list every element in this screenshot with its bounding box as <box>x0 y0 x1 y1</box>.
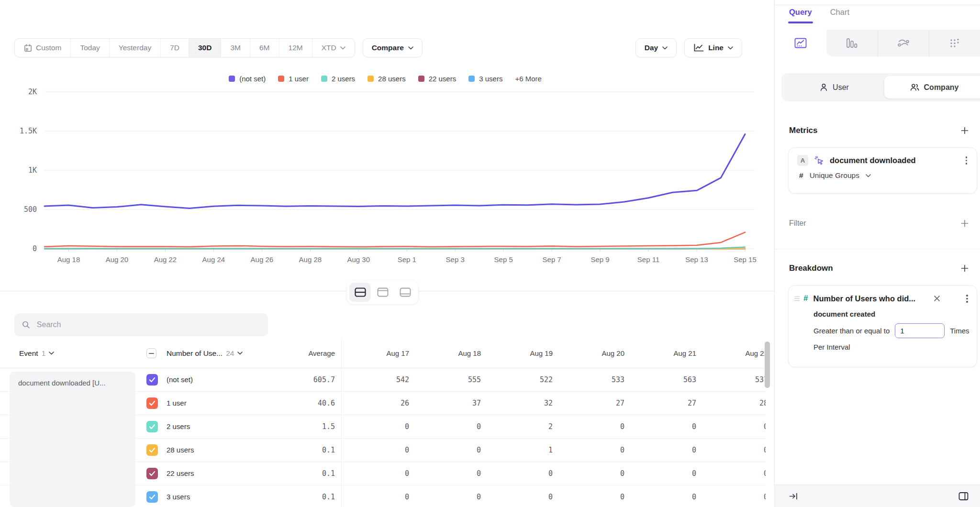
legend-item[interactable]: 22 users <box>418 75 457 83</box>
per-interval-label[interactable]: Per Interval <box>789 338 977 351</box>
chevron-down-icon <box>866 174 871 177</box>
breakdown-heading: Breakdown <box>789 264 833 273</box>
event-column-header[interactable]: Event 1 <box>19 339 54 368</box>
series-checkbox[interactable] <box>146 468 158 479</box>
date-range-label: XTD <box>322 44 336 52</box>
x-axis-tick-label: Sep 1 <box>398 255 416 264</box>
add-filter-button[interactable] <box>961 220 969 227</box>
legend-item[interactable]: 28 users <box>368 75 406 83</box>
cell-value: 533 <box>557 368 629 391</box>
table-scrollbar[interactable] <box>765 342 770 388</box>
top-panel-view-button[interactable] <box>372 283 393 302</box>
y-axis-tick-label: 2K <box>28 88 37 96</box>
date-range-7d[interactable]: 7D <box>161 39 189 57</box>
breakdown-event-name[interactable]: document created <box>789 304 977 318</box>
collapse-panel-button[interactable] <box>789 492 798 500</box>
panel-tabs: Query Chart <box>789 8 849 23</box>
series-checkbox[interactable] <box>146 491 158 503</box>
measure-label[interactable]: Unique Groups <box>810 171 859 180</box>
date-column-header[interactable]: Aug 19 <box>486 339 557 368</box>
series-checkbox[interactable] <box>146 374 158 386</box>
plus-icon <box>961 265 969 272</box>
chart-type-button[interactable]: Line <box>684 38 742 57</box>
legend-item[interactable]: 1 user <box>278 75 309 83</box>
cell-value: 0 <box>414 439 486 462</box>
tab-chart[interactable]: Chart <box>830 8 849 23</box>
date-range-30d[interactable]: 30D <box>189 39 221 57</box>
date-column-header[interactable]: Aug 20 <box>557 339 629 368</box>
bottom-panel-view-button[interactable] <box>394 283 416 302</box>
series-label: 3 users <box>167 485 190 507</box>
cell-value: 0 <box>486 485 557 507</box>
legend-swatch <box>468 76 475 82</box>
date-range-today[interactable]: Today <box>71 39 109 57</box>
search-input[interactable] <box>36 320 260 330</box>
metric-badge: A <box>797 155 808 166</box>
flow-chart-icon <box>897 38 910 48</box>
date-range-custom[interactable]: Custom <box>15 39 71 57</box>
cell-value: 563 <box>629 368 701 391</box>
date-range-label: Yesterday <box>119 44 151 52</box>
event-name-cell[interactable]: document downloaded [U... <box>10 372 135 507</box>
legend-swatch <box>418 76 424 82</box>
cell-value: 0 <box>629 439 701 462</box>
date-range-12m[interactable]: 12M <box>279 39 312 57</box>
plus-icon <box>961 127 969 134</box>
average-value: 605.7 <box>258 368 335 391</box>
remove-breakdown-button[interactable] <box>934 295 940 302</box>
scope-option-user[interactable]: User <box>784 76 884 99</box>
breakdown-condition-row: Greater than or equal to Times <box>789 318 977 338</box>
legend-label: 2 users <box>332 75 355 83</box>
date-column-header[interactable]: Aug 17 <box>342 339 414 368</box>
series-checkbox[interactable] <box>146 421 158 432</box>
legend-item[interactable]: 2 users <box>321 75 355 83</box>
split-view-button[interactable] <box>349 283 371 302</box>
scope-option-company[interactable]: Company <box>884 76 980 99</box>
average-value: 0.1 <box>258 439 335 462</box>
metric-event-name[interactable]: document downloaded <box>830 156 916 165</box>
legend-more-button[interactable]: +6 More <box>515 75 541 83</box>
add-metric-button[interactable] <box>961 127 969 134</box>
metrics-heading: Metrics <box>789 126 818 135</box>
compare-button[interactable]: Compare <box>363 38 423 57</box>
tab-line-chart[interactable] <box>775 30 826 56</box>
tab-more-chart-types[interactable] <box>929 30 980 56</box>
panel-section-divider <box>775 249 980 249</box>
condition-value-input[interactable] <box>895 323 945 338</box>
tab-bar-chart[interactable] <box>826 30 877 56</box>
granularity-button[interactable]: Day <box>635 38 677 57</box>
series-checkbox[interactable] <box>146 444 158 456</box>
legend-swatch <box>229 76 235 82</box>
date-range-xtd[interactable]: XTD <box>312 39 355 57</box>
search-bar <box>14 313 268 336</box>
metric-card[interactable]: A document downloaded # Unique Groups <box>788 147 977 194</box>
date-range-yesterday[interactable]: Yesterday <box>110 39 161 57</box>
date-column-header[interactable]: Aug 21 <box>629 339 701 368</box>
breakdown-menu-button[interactable] <box>964 294 970 304</box>
date-column-header[interactable]: Aug 22 <box>701 339 766 368</box>
select-all-checkbox[interactable] <box>146 348 156 358</box>
legend-item[interactable]: (not set) <box>229 75 266 83</box>
bar-chart-icon <box>846 38 858 48</box>
drag-handle-icon[interactable] <box>794 297 800 301</box>
line-chart[interactable]: 05001K1.5K2KAug 18Aug 20Aug 22Aug 24Aug … <box>12 87 758 269</box>
legend-item[interactable]: 3 users <box>468 75 502 83</box>
column-divider <box>341 339 342 507</box>
series-label: (not set) <box>167 368 193 391</box>
average-column-header[interactable]: Average <box>258 339 335 368</box>
date-column-header[interactable]: Aug 18 <box>414 339 486 368</box>
add-breakdown-button[interactable] <box>961 265 969 272</box>
date-range-6m[interactable]: 6M <box>250 39 279 57</box>
metric-menu-button[interactable] <box>964 155 969 165</box>
tab-flow-chart[interactable] <box>878 30 929 56</box>
cell-value: 0 <box>701 439 766 462</box>
date-range-3m[interactable]: 3M <box>221 39 250 57</box>
series-line-2-users <box>45 247 745 249</box>
breakdown-title[interactable]: Number of Users who did... <box>813 294 915 303</box>
tab-query[interactable]: Query <box>789 8 812 23</box>
series-checkbox[interactable] <box>146 397 158 409</box>
panel-layout-button[interactable] <box>958 492 969 501</box>
group-column-header[interactable]: Number of Use... 24 <box>167 339 243 368</box>
x-axis-tick-label: Aug 30 <box>347 255 370 264</box>
bottom-panel-view-icon <box>400 287 411 297</box>
